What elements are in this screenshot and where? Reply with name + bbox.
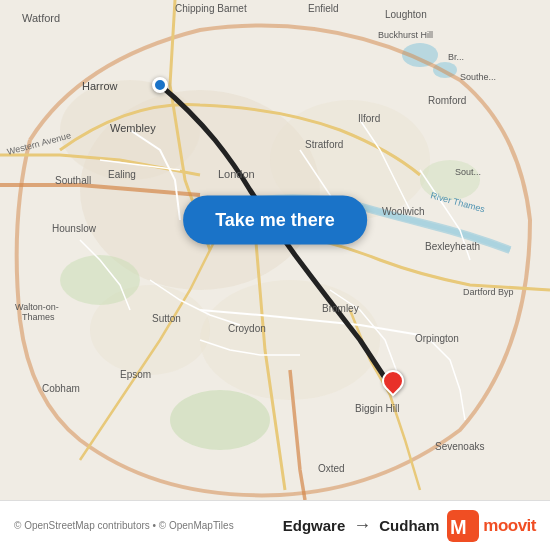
svg-text:Ealing: Ealing — [108, 169, 136, 180]
svg-text:Dartford Byp: Dartford Byp — [463, 287, 514, 297]
svg-text:Southe...: Southe... — [460, 72, 496, 82]
svg-text:Sout...: Sout... — [455, 167, 481, 177]
svg-text:Sevenoaks: Sevenoaks — [435, 441, 484, 452]
svg-point-6 — [170, 390, 270, 450]
moovit-logo: M moovit — [447, 510, 536, 542]
svg-text:Epsom: Epsom — [120, 369, 151, 380]
svg-text:Woolwich: Woolwich — [382, 206, 425, 217]
svg-text:Ilford: Ilford — [358, 113, 380, 124]
map-container: Watford Chipping Barnet Enfield Loughton… — [0, 0, 550, 500]
destination-marker — [382, 370, 404, 392]
svg-text:Sutton: Sutton — [152, 313, 181, 324]
svg-text:Croydon: Croydon — [228, 323, 266, 334]
take-me-there-button[interactable]: Take me there — [183, 196, 367, 245]
moovit-icon: M — [447, 510, 479, 542]
svg-text:M: M — [450, 516, 467, 538]
svg-text:Cobham: Cobham — [42, 383, 80, 394]
svg-text:Br...: Br... — [448, 52, 464, 62]
footer-destination: Cudham — [379, 517, 439, 534]
origin-marker — [152, 77, 168, 93]
footer-copyright: © OpenStreetMap contributors • © OpenMap… — [14, 520, 275, 531]
svg-text:Wembley: Wembley — [110, 122, 156, 134]
svg-text:Oxted: Oxted — [318, 463, 345, 474]
svg-text:Chipping Barnet: Chipping Barnet — [175, 3, 247, 14]
svg-text:Thames: Thames — [22, 312, 55, 322]
map-svg: Watford Chipping Barnet Enfield Loughton… — [0, 0, 550, 500]
svg-point-7 — [60, 255, 140, 305]
svg-text:Stratford: Stratford — [305, 139, 343, 150]
footer-bar: © OpenStreetMap contributors • © OpenMap… — [0, 500, 550, 550]
footer-origin: Edgware — [283, 517, 346, 534]
footer-arrow-icon: → — [353, 515, 371, 536]
svg-text:Southall: Southall — [55, 175, 91, 186]
svg-text:Orpington: Orpington — [415, 333, 459, 344]
svg-text:London: London — [218, 168, 255, 180]
svg-text:Hounslow: Hounslow — [52, 223, 97, 234]
svg-text:Enfield: Enfield — [308, 3, 339, 14]
svg-text:Biggin Hill: Biggin Hill — [355, 403, 399, 414]
svg-text:Loughton: Loughton — [385, 9, 427, 20]
svg-text:Bexleyheath: Bexleyheath — [425, 241, 480, 252]
svg-text:Bromley: Bromley — [322, 303, 359, 314]
svg-text:Walton-on-: Walton-on- — [15, 302, 59, 312]
svg-text:Romford: Romford — [428, 95, 466, 106]
svg-text:Harrow: Harrow — [82, 80, 118, 92]
svg-point-8 — [420, 160, 480, 200]
moovit-text: moovit — [483, 516, 536, 536]
svg-text:Watford: Watford — [22, 12, 60, 24]
svg-text:Buckhurst Hill: Buckhurst Hill — [378, 30, 433, 40]
footer-route: Edgware → Cudham — [283, 515, 440, 536]
